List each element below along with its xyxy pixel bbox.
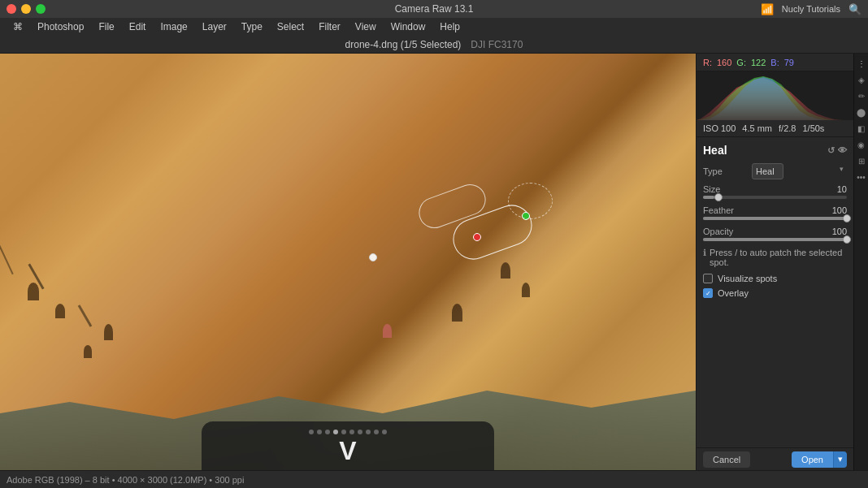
size-label-row: Size 10 xyxy=(703,184,847,194)
titlebar: Camera Raw 13.1 📶 Nucly Tutorials 🔍 xyxy=(0,0,868,18)
cancel-button[interactable]: Cancel xyxy=(703,451,750,468)
wifi-icon: 📶 xyxy=(761,3,774,15)
minimize-button[interactable] xyxy=(21,4,31,14)
menu-layer[interactable]: Layer xyxy=(196,19,233,34)
person-silhouette xyxy=(28,283,39,300)
more-icon[interactable]: ••• xyxy=(855,171,868,184)
feather-label: Feather xyxy=(703,205,734,215)
key-dot xyxy=(317,430,322,434)
key-dot xyxy=(366,430,371,434)
statusbar: Adobe RGB (1998) – 8 bit • 4000 × 3000 (… xyxy=(0,470,868,488)
opacity-label-row: Opacity 100 xyxy=(703,227,847,236)
rgb-bar: R: 160 G: 122 B: 79 xyxy=(697,54,853,71)
close-button[interactable] xyxy=(7,4,16,14)
person-silhouette xyxy=(452,304,462,322)
menu-type[interactable]: Type xyxy=(235,19,269,34)
feather-thumb[interactable] xyxy=(843,214,851,222)
info-row: ℹ Press / to auto patch the selected spo… xyxy=(703,248,847,267)
search-icon[interactable]: 🔍 xyxy=(848,3,861,15)
titlebar-right: 📶 Nucly Tutorials 🔍 xyxy=(761,3,861,15)
action-bar: Cancel Open ▾ xyxy=(697,447,853,470)
cameraraw-bar: drone-4.dng (1/5 Selected) DJI FC3170 xyxy=(0,36,868,54)
rgb-g-label: G: xyxy=(736,58,746,67)
rgb-r-value: 160 xyxy=(717,58,731,67)
opacity-thumb[interactable] xyxy=(843,235,851,244)
open-arrow-button[interactable]: ▾ xyxy=(833,451,847,468)
type-label: Type xyxy=(703,166,752,176)
type-row: Type Heal Clone xyxy=(703,163,847,179)
panel-title: Heal ↺ 👁 xyxy=(703,144,847,157)
maximize-button[interactable] xyxy=(36,4,46,14)
heal-white-dot xyxy=(369,253,377,261)
edit-icon[interactable]: ✏ xyxy=(855,89,868,102)
reset-icon[interactable]: ↺ xyxy=(827,145,835,156)
menu-window[interactable]: Window xyxy=(384,19,432,34)
feather-value: 100 xyxy=(832,205,847,215)
titlebar-channel: Nucly Tutorials xyxy=(782,4,840,14)
heal-icon[interactable]: ⬤ xyxy=(855,106,868,119)
app-window: Camera Raw 13.1 📶 Nucly Tutorials 🔍 ⌘ Ph… xyxy=(0,0,868,488)
camera-label: DJI FC3170 xyxy=(471,39,523,50)
opacity-fill xyxy=(703,238,847,241)
cam-info: ISO 100 4.5 mm f/2.8 1/50s xyxy=(697,120,853,137)
open-button-group: Open ▾ xyxy=(792,451,847,468)
menu-image[interactable]: Image xyxy=(154,19,193,34)
overlay-checkbox[interactable] xyxy=(703,288,713,298)
overlay-row: Overlay xyxy=(703,288,847,298)
filename-label: drone-4.dng (1/5 Selected) xyxy=(345,39,462,50)
key-dot xyxy=(309,430,314,434)
status-info-text: Adobe RGB (1998) – 8 bit • 4000 × 3000 (… xyxy=(7,475,244,485)
adjust-icon[interactable]: ◈ xyxy=(855,73,868,86)
menu-select[interactable]: Select xyxy=(271,19,310,34)
person-silhouette xyxy=(55,304,65,318)
key-dot xyxy=(325,430,330,434)
type-select[interactable]: Heal Clone xyxy=(752,163,783,179)
titlebar-title: Camera Raw 13.1 xyxy=(395,3,474,15)
redeye-icon[interactable]: ◉ xyxy=(855,138,868,151)
mask-icon[interactable]: ◧ xyxy=(855,122,868,135)
opacity-slider-row: Opacity 100 xyxy=(703,227,847,241)
key-dot xyxy=(349,430,354,434)
type-select-wrapper: Heal Clone xyxy=(752,163,847,179)
menu-file[interactable]: File xyxy=(92,19,120,34)
menu-filter[interactable]: Filter xyxy=(312,19,347,34)
canvas-area[interactable]: V Fit (46.6%) 400% ▮ ⬜ ⋮⋮ xyxy=(0,54,696,470)
heal-dot-red xyxy=(473,233,481,241)
key-dots xyxy=(309,430,387,434)
key-letter: V xyxy=(339,436,356,466)
size-fill xyxy=(703,196,714,199)
opacity-track[interactable] xyxy=(703,238,847,241)
key-dot xyxy=(341,430,346,434)
size-track[interactable] xyxy=(703,196,847,199)
shadow xyxy=(0,222,14,274)
feather-track[interactable] xyxy=(703,217,847,220)
visualize-row: Visualize spots xyxy=(703,274,847,283)
menu-help[interactable]: Help xyxy=(433,19,467,34)
right-wrapper: R: 160 G: 122 B: 79 xyxy=(696,54,868,470)
person-silhouette xyxy=(104,324,113,340)
menu-view[interactable]: View xyxy=(349,19,383,34)
panel-content: Heal ↺ 👁 Type Heal Clone xyxy=(697,137,853,447)
menu-apple[interactable]: ⌘ xyxy=(7,19,29,34)
key-dot-active xyxy=(333,430,338,434)
aperture-value: f/2.8 xyxy=(779,123,796,133)
menu-photoshop[interactable]: Photoshop xyxy=(31,19,90,34)
feather-slider-row: Feather 100 xyxy=(703,205,847,220)
person-silhouette xyxy=(522,283,530,297)
histogram xyxy=(697,71,853,120)
open-button[interactable]: Open xyxy=(792,451,833,468)
visualize-label: Visualize spots xyxy=(718,274,777,283)
shadow xyxy=(77,304,92,326)
visualize-checkbox[interactable] xyxy=(703,274,713,283)
size-thumb[interactable] xyxy=(714,193,723,201)
toggle-visibility-icon[interactable]: 👁 xyxy=(838,145,847,156)
content-row: V Fit (46.6%) 400% ▮ ⬜ ⋮⋮ R: 1 xyxy=(0,54,868,470)
tools-icon[interactable]: ⋮ xyxy=(855,57,868,70)
shutter-value: 1/50s xyxy=(802,123,824,133)
person-silhouette xyxy=(383,324,392,338)
iso-value: ISO 100 xyxy=(703,123,736,133)
menu-edit[interactable]: Edit xyxy=(123,19,153,34)
person-silhouette xyxy=(84,345,92,358)
size-slider-row: Size 10 xyxy=(703,184,847,199)
geo-icon[interactable]: ⊞ xyxy=(855,154,868,167)
